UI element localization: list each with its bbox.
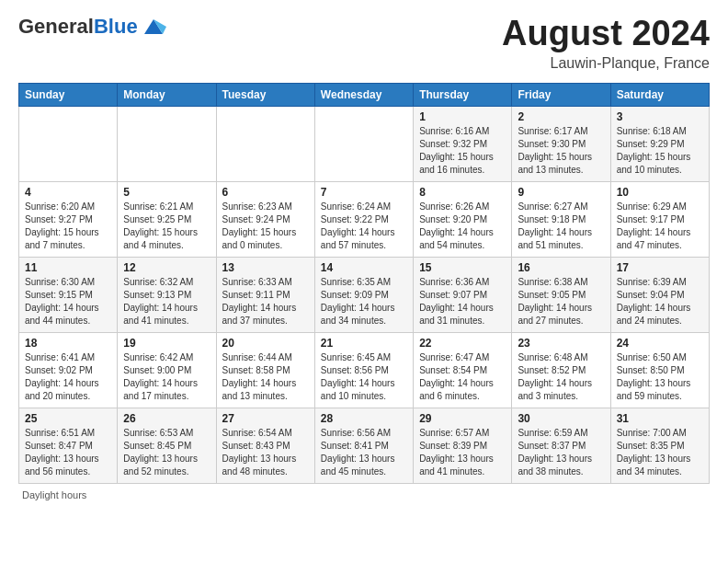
day-number: 15 [419,261,506,274]
calendar-cell: 3Sunrise: 6:18 AM Sunset: 9:29 PM Daylig… [610,106,709,181]
calendar-cell: 11Sunrise: 6:30 AM Sunset: 9:15 PM Dayli… [19,257,118,332]
calendar-cell: 13Sunrise: 6:33 AM Sunset: 9:11 PM Dayli… [216,257,314,332]
day-info: Sunrise: 6:23 AM Sunset: 9:24 PM Dayligh… [222,201,309,252]
calendar-cell: 2Sunrise: 6:17 AM Sunset: 9:30 PM Daylig… [512,106,610,181]
day-number: 28 [321,412,407,425]
title-section: August 2024 Lauwin-Planque, France [502,15,710,72]
day-info: Sunrise: 6:16 AM Sunset: 9:32 PM Dayligh… [419,125,506,177]
day-info: Sunrise: 6:59 AM Sunset: 8:37 PM Dayligh… [518,427,604,478]
calendar-cell: 5Sunrise: 6:21 AM Sunset: 9:25 PM Daylig… [118,181,216,257]
col-tuesday: Tuesday [216,83,314,106]
day-info: Sunrise: 6:36 AM Sunset: 9:07 PM Dayligh… [419,276,506,327]
day-number: 27 [222,412,309,425]
day-number: 1 [419,110,506,123]
day-info: Sunrise: 6:21 AM Sunset: 9:25 PM Dayligh… [123,201,210,252]
day-number: 13 [222,261,309,274]
calendar-cell: 1Sunrise: 6:16 AM Sunset: 9:32 PM Daylig… [414,106,512,181]
calendar-week-3: 11Sunrise: 6:30 AM Sunset: 9:15 PM Dayli… [19,257,710,332]
day-number: 20 [222,337,309,350]
day-info: Sunrise: 6:27 AM Sunset: 9:18 PM Dayligh… [518,201,604,252]
day-number: 11 [25,261,111,274]
day-info: Sunrise: 6:33 AM Sunset: 9:11 PM Dayligh… [222,276,309,327]
col-monday: Monday [118,83,216,106]
day-info: Sunrise: 6:24 AM Sunset: 9:22 PM Dayligh… [321,201,407,252]
day-info: Sunrise: 6:42 AM Sunset: 9:00 PM Dayligh… [123,351,210,403]
day-info: Sunrise: 6:35 AM Sunset: 9:09 PM Dayligh… [321,276,407,327]
day-number: 10 [617,186,703,199]
calendar-cell: 29Sunrise: 6:57 AM Sunset: 8:39 PM Dayli… [414,408,512,483]
month-title: August 2024 [502,15,710,53]
header-row: Sunday Monday Tuesday Wednesday Thursday… [19,83,710,106]
day-info: Sunrise: 6:56 AM Sunset: 8:41 PM Dayligh… [321,427,407,478]
day-info: Sunrise: 6:39 AM Sunset: 9:04 PM Dayligh… [617,276,703,327]
calendar-week-1: 1Sunrise: 6:16 AM Sunset: 9:32 PM Daylig… [19,106,710,181]
day-number: 23 [518,337,604,350]
day-info: Sunrise: 6:32 AM Sunset: 9:13 PM Dayligh… [123,276,210,327]
day-number: 31 [617,412,703,425]
calendar-cell [314,106,413,181]
day-info: Sunrise: 6:51 AM Sunset: 8:47 PM Dayligh… [25,427,111,478]
calendar-cell: 4Sunrise: 6:20 AM Sunset: 9:27 PM Daylig… [19,181,118,257]
day-number: 6 [222,186,309,199]
calendar-cell: 27Sunrise: 6:54 AM Sunset: 8:43 PM Dayli… [216,408,314,483]
day-info: Sunrise: 6:29 AM Sunset: 9:17 PM Dayligh… [617,201,703,252]
location: Lauwin-Planque, France [502,55,710,72]
day-number: 9 [518,186,604,199]
col-friday: Friday [512,83,610,106]
calendar-cell: 9Sunrise: 6:27 AM Sunset: 9:18 PM Daylig… [512,181,610,257]
day-number: 25 [25,412,111,425]
day-number: 26 [123,412,210,425]
calendar-cell: 31Sunrise: 7:00 AM Sunset: 8:35 PM Dayli… [610,408,709,483]
day-number: 17 [617,261,703,274]
day-number: 3 [617,110,703,123]
logo-text: GeneralBlue [18,15,166,39]
calendar-cell: 23Sunrise: 6:48 AM Sunset: 8:52 PM Dayli… [512,332,610,408]
calendar-cell: 17Sunrise: 6:39 AM Sunset: 9:04 PM Dayli… [610,257,709,332]
day-info: Sunrise: 6:38 AM Sunset: 9:05 PM Dayligh… [518,276,604,327]
day-info: Sunrise: 6:50 AM Sunset: 8:50 PM Dayligh… [617,351,703,403]
day-info: Sunrise: 6:45 AM Sunset: 8:56 PM Dayligh… [321,351,407,403]
calendar-cell: 21Sunrise: 6:45 AM Sunset: 8:56 PM Dayli… [314,332,413,408]
day-info: Sunrise: 6:17 AM Sunset: 9:30 PM Dayligh… [518,125,604,177]
day-info: Sunrise: 6:44 AM Sunset: 8:58 PM Dayligh… [222,351,309,403]
calendar-cell: 24Sunrise: 6:50 AM Sunset: 8:50 PM Dayli… [610,332,709,408]
day-number: 5 [123,186,210,199]
day-info: Sunrise: 6:47 AM Sunset: 8:54 PM Dayligh… [419,351,506,403]
calendar-cell: 14Sunrise: 6:35 AM Sunset: 9:09 PM Dayli… [314,257,413,332]
day-info: Sunrise: 6:20 AM Sunset: 9:27 PM Dayligh… [25,201,111,252]
calendar-cell: 15Sunrise: 6:36 AM Sunset: 9:07 PM Dayli… [414,257,512,332]
calendar-cell: 22Sunrise: 6:47 AM Sunset: 8:54 PM Dayli… [414,332,512,408]
day-number: 2 [518,110,604,123]
calendar-cell: 16Sunrise: 6:38 AM Sunset: 9:05 PM Dayli… [512,257,610,332]
day-number: 24 [617,337,703,350]
calendar-cell: 20Sunrise: 6:44 AM Sunset: 8:58 PM Dayli… [216,332,314,408]
calendar-cell: 18Sunrise: 6:41 AM Sunset: 9:02 PM Dayli… [19,332,118,408]
calendar-week-4: 18Sunrise: 6:41 AM Sunset: 9:02 PM Dayli… [19,332,710,408]
day-info: Sunrise: 7:00 AM Sunset: 8:35 PM Dayligh… [617,427,703,478]
day-info: Sunrise: 6:41 AM Sunset: 9:02 PM Dayligh… [25,351,111,403]
calendar-cell [19,106,118,181]
calendar-cell: 19Sunrise: 6:42 AM Sunset: 9:00 PM Dayli… [118,332,216,408]
day-info: Sunrise: 6:30 AM Sunset: 9:15 PM Dayligh… [25,276,111,327]
calendar-cell [118,106,216,181]
calendar-week-2: 4Sunrise: 6:20 AM Sunset: 9:27 PM Daylig… [19,181,710,257]
calendar-cell: 25Sunrise: 6:51 AM Sunset: 8:47 PM Dayli… [19,408,118,483]
col-sunday: Sunday [19,83,118,106]
logo: GeneralBlue [18,15,166,39]
day-number: 16 [518,261,604,274]
calendar-table: Sunday Monday Tuesday Wednesday Thursday… [18,83,710,484]
day-info: Sunrise: 6:57 AM Sunset: 8:39 PM Dayligh… [419,427,506,478]
day-number: 8 [419,186,506,199]
day-info: Sunrise: 6:26 AM Sunset: 9:20 PM Dayligh… [419,201,506,252]
day-number: 18 [25,337,111,350]
day-number: 19 [123,337,210,350]
day-number: 7 [321,186,407,199]
day-info: Sunrise: 6:18 AM Sunset: 9:29 PM Dayligh… [617,125,703,177]
day-number: 21 [321,337,407,350]
calendar-cell: 26Sunrise: 6:53 AM Sunset: 8:45 PM Dayli… [118,408,216,483]
calendar-cell: 30Sunrise: 6:59 AM Sunset: 8:37 PM Dayli… [512,408,610,483]
daylight-label: Daylight hours [22,489,86,500]
day-number: 29 [419,412,506,425]
col-saturday: Saturday [610,83,709,106]
calendar-cell: 10Sunrise: 6:29 AM Sunset: 9:17 PM Dayli… [610,181,709,257]
